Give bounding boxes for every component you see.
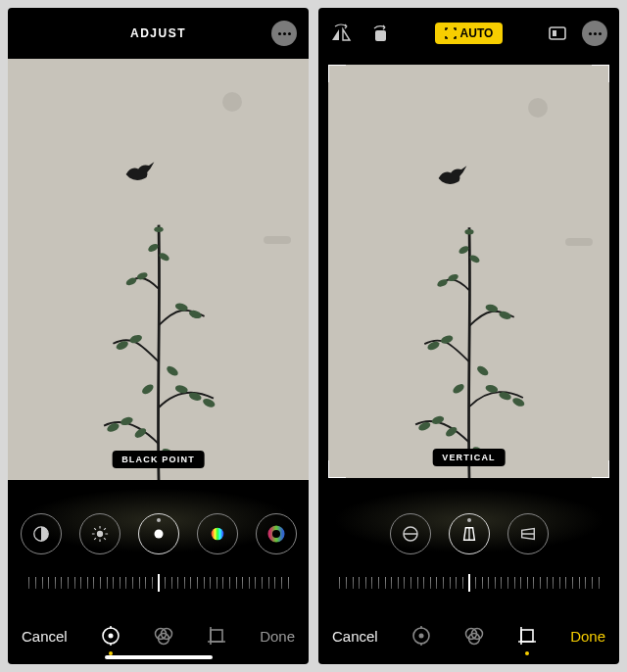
- home-indicator[interactable]: [105, 655, 213, 659]
- cancel-button[interactable]: Cancel: [332, 628, 378, 645]
- filters-icon: [153, 625, 174, 647]
- screen-adjust: ADJUST: [8, 8, 309, 664]
- dial-black-point[interactable]: [138, 513, 179, 554]
- selection-dot: [525, 651, 529, 655]
- mode-crop[interactable]: [515, 624, 539, 648]
- photo-canvas[interactable]: VERTICAL: [328, 65, 609, 478]
- photo-artifact: [528, 98, 548, 118]
- rotate-button[interactable]: [369, 23, 391, 44]
- svg-point-69: [418, 634, 423, 639]
- svg-line-28: [104, 528, 106, 530]
- svg-point-12: [154, 226, 163, 232]
- more-button[interactable]: [582, 21, 607, 46]
- svg-point-18: [140, 382, 155, 396]
- mode-filters[interactable]: [462, 624, 486, 648]
- rotate-icon: [369, 24, 391, 43]
- svg-point-30: [211, 528, 223, 541]
- svg-point-63: [451, 382, 465, 395]
- adjustment-dials[interactable]: [8, 480, 309, 560]
- vibrance-icon: [267, 525, 285, 543]
- cancel-button[interactable]: Cancel: [22, 628, 68, 645]
- dial-horizontal[interactable]: [507, 513, 549, 554]
- aspect-button[interactable]: [547, 23, 568, 44]
- dial-indicator: [157, 518, 161, 522]
- slider-ticks: [28, 573, 287, 595]
- crop-icon: [206, 625, 227, 647]
- dial-indicator: [467, 518, 471, 522]
- photo-artifact: [264, 236, 291, 244]
- mode-adjust[interactable]: [410, 624, 433, 648]
- photo-plant: [391, 210, 548, 478]
- crop-handle-tr[interactable]: [592, 65, 609, 82]
- svg-line-25: [94, 528, 96, 530]
- svg-rect-44: [553, 30, 556, 36]
- adjust-icon: [100, 625, 121, 647]
- auto-frame-icon: [445, 27, 457, 39]
- dial-saturation[interactable]: [197, 513, 238, 554]
- svg-point-20: [96, 531, 102, 537]
- svg-point-4: [201, 397, 216, 408]
- dial-brightness[interactable]: [79, 513, 121, 554]
- slider[interactable]: [318, 560, 619, 607]
- svg-point-33: [108, 634, 113, 639]
- vertical-perspective-icon: [460, 525, 478, 543]
- crop-handle-br[interactable]: [592, 460, 609, 478]
- adjust-icon: [410, 625, 432, 647]
- dial-contrast[interactable]: [21, 513, 62, 554]
- straighten-icon: [401, 524, 420, 544]
- crop-handle-bl[interactable]: [328, 460, 346, 478]
- crop-handle-tl[interactable]: [328, 65, 346, 82]
- topbar: AUTO: [318, 8, 619, 59]
- crop-icon: [516, 625, 538, 647]
- contrast-icon: [32, 525, 50, 543]
- horizontal-perspective-icon: [519, 525, 537, 543]
- bottombar: Cancel Done: [318, 607, 619, 664]
- photo-plant: [80, 207, 237, 481]
- slider-ticks: [339, 573, 598, 595]
- photo-canvas[interactable]: BLACK POINT: [8, 59, 309, 480]
- black-point-icon: [150, 525, 168, 543]
- svg-line-26: [104, 538, 106, 540]
- svg-rect-75: [521, 630, 533, 642]
- svg-point-57: [464, 229, 473, 234]
- crop-tools: [330, 23, 391, 44]
- dial-vertical[interactable]: [449, 513, 490, 554]
- svg-rect-42: [375, 30, 386, 41]
- mode-switcher: [410, 624, 539, 648]
- photo-bird: [122, 160, 158, 187]
- photo-artifact: [222, 92, 242, 112]
- svg-rect-39: [211, 630, 222, 642]
- done-button[interactable]: Done: [570, 628, 605, 645]
- adjustment-badge: BLACK POINT: [112, 451, 205, 468]
- slider[interactable]: [8, 560, 309, 607]
- mode-title: ADJUST: [8, 26, 309, 40]
- more-button[interactable]: [271, 21, 297, 46]
- svg-point-31: [269, 528, 282, 541]
- mode-crop[interactable]: [205, 624, 228, 648]
- photo-artifact: [565, 238, 593, 246]
- dial-straighten[interactable]: [390, 513, 431, 554]
- mode-switcher: [99, 624, 228, 648]
- svg-point-49: [510, 396, 525, 408]
- svg-rect-43: [550, 27, 565, 39]
- mode-adjust[interactable]: [99, 624, 122, 648]
- adjustment-badge: VERTICAL: [432, 449, 506, 466]
- screen-crop: AUTO: [318, 8, 619, 664]
- dial-vibrance[interactable]: [256, 513, 297, 554]
- flip-icon: [330, 24, 352, 43]
- svg-point-62: [475, 364, 490, 377]
- done-button[interactable]: Done: [260, 628, 295, 645]
- topbar: ADJUST: [8, 8, 309, 59]
- svg-line-27: [94, 538, 96, 540]
- perspective-dials[interactable]: [318, 480, 619, 560]
- auto-button[interactable]: AUTO: [435, 23, 504, 44]
- filters-icon: [463, 625, 485, 647]
- svg-point-29: [154, 530, 163, 539]
- mode-filters[interactable]: [152, 624, 175, 648]
- svg-point-17: [165, 363, 179, 377]
- brightness-icon: [91, 525, 109, 543]
- photo-bird: [435, 164, 470, 191]
- flip-button[interactable]: [330, 23, 352, 44]
- saturation-icon: [209, 525, 226, 543]
- auto-label: AUTO: [460, 26, 494, 40]
